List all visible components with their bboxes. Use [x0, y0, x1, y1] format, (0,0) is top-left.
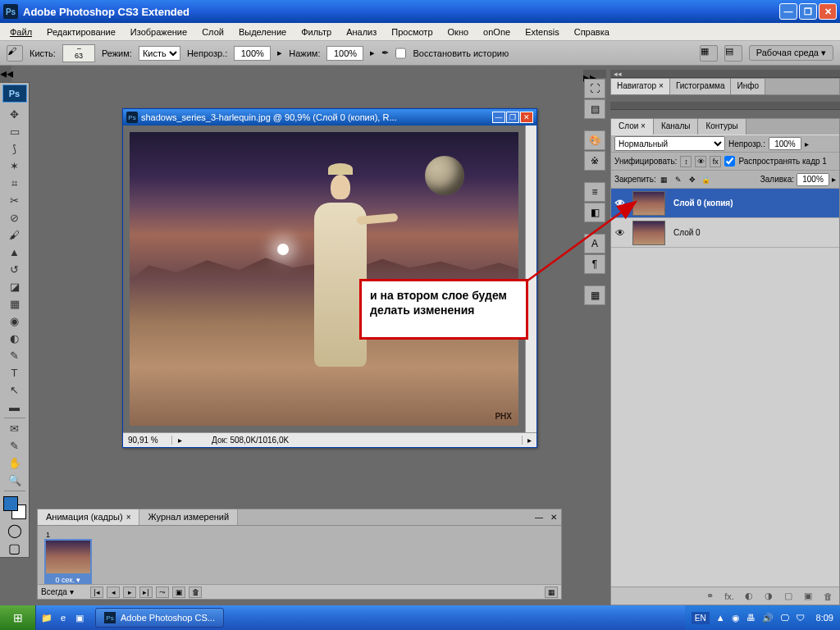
tray-volume-icon[interactable]: 🔊: [762, 613, 774, 623]
type-tool[interactable]: T: [5, 364, 25, 381]
next-frame-icon[interactable]: ▸|: [139, 587, 153, 598]
ql-ie-icon[interactable]: e: [56, 610, 71, 625]
menu-select[interactable]: Выделение: [232, 25, 293, 39]
dodge-tool[interactable]: ◐: [5, 330, 25, 347]
menu-window[interactable]: Окно: [441, 25, 476, 39]
lock-all-icon[interactable]: 🔒: [701, 174, 712, 185]
unify-position-icon[interactable]: ↕: [680, 156, 692, 167]
taskbar-app-button[interactable]: Ps Adobe Photoshop CS...: [95, 608, 224, 628]
layer-mask-icon[interactable]: ◐: [742, 590, 756, 603]
doc-maximize-button[interactable]: ❐: [506, 112, 519, 123]
opacity-flyout[interactable]: ▸: [277, 48, 282, 58]
file-browser-icon[interactable]: ▦: [700, 45, 718, 62]
tray-display-icon[interactable]: 🖵: [780, 613, 789, 623]
start-button[interactable]: ⊞: [0, 605, 36, 630]
zoom-tool[interactable]: 🔍: [5, 472, 25, 489]
screenmode-toggle[interactable]: ▢: [5, 541, 25, 555]
group-icon[interactable]: ▢: [782, 590, 795, 603]
blur-tool[interactable]: ◉: [5, 313, 25, 330]
lasso-tool[interactable]: ⟆: [5, 140, 25, 158]
delete-layer-icon[interactable]: 🗑: [821, 590, 834, 603]
close-button[interactable]: ✕: [819, 3, 837, 20]
tab-measurement-log[interactable]: Журнал измерений: [139, 509, 238, 525]
first-frame-icon[interactable]: |◂: [90, 587, 103, 598]
document-titlebar[interactable]: Ps shadows_series_3-harlequin.jpg @ 90,9…: [123, 109, 536, 126]
brush-tool[interactable]: 🖌: [5, 226, 25, 244]
foreground-color[interactable]: [3, 496, 18, 511]
loop-select[interactable]: Всегда ▾: [41, 587, 87, 596]
current-tool-icon[interactable]: 🖌: [7, 45, 23, 62]
panel-minimize-icon[interactable]: —: [532, 509, 546, 524]
unify-style-icon[interactable]: fx: [710, 156, 721, 167]
heal-tool[interactable]: ⊘: [5, 209, 25, 226]
dock-color-icon[interactable]: 🎨: [584, 130, 605, 150]
tray-shield-icon[interactable]: 🛡: [796, 613, 805, 623]
convert-timeline-icon[interactable]: ▦: [545, 587, 558, 598]
play-icon[interactable]: ▸: [123, 587, 136, 598]
fill-input[interactable]: [797, 173, 829, 186]
marquee-tool[interactable]: ▭: [5, 123, 25, 140]
history-brush-tool[interactable]: ↺: [5, 261, 25, 278]
unify-visibility-icon[interactable]: 👁: [695, 156, 706, 167]
doc-close-button[interactable]: ✕: [520, 112, 533, 123]
dock-navigator-icon[interactable]: ⛶: [584, 79, 605, 98]
color-swatches[interactable]: [3, 496, 26, 519]
menu-file[interactable]: Файл: [3, 25, 39, 39]
prev-frame-icon[interactable]: ◂: [107, 587, 120, 598]
dock-swatches-icon[interactable]: ※: [584, 151, 605, 171]
shape-tool[interactable]: ▬: [5, 399, 25, 416]
duplicate-frame-icon[interactable]: ▣: [172, 587, 185, 598]
tools-dock-handle[interactable]: ◂◂: [0, 66, 11, 82]
clock[interactable]: 8:09: [811, 613, 833, 623]
tab-layers[interactable]: Слои ×: [611, 119, 654, 135]
tray-antivirus-icon[interactable]: ▲: [716, 613, 725, 623]
menu-layer[interactable]: Слой: [195, 25, 231, 39]
gradient-tool[interactable]: ▦: [5, 295, 25, 313]
palette-well-icon[interactable]: ▤: [724, 45, 742, 62]
quickmask-toggle[interactable]: ◯: [5, 523, 25, 537]
tray-printer-icon[interactable]: 🖶: [746, 613, 756, 623]
layer-name[interactable]: Слой 0: [669, 228, 701, 237]
layers-dock-handle[interactable]: [610, 102, 840, 110]
lock-position-icon[interactable]: ✥: [687, 174, 698, 185]
menu-analysis[interactable]: Анализ: [340, 25, 383, 39]
tray-network-icon[interactable]: ◉: [732, 613, 740, 623]
eyedropper-tool[interactable]: ✎: [5, 437, 25, 454]
adjustment-layer-icon[interactable]: ◑: [762, 590, 775, 603]
layer-opacity-input[interactable]: [769, 137, 801, 150]
menu-image[interactable]: Изображение: [124, 25, 194, 39]
panel-close-icon[interactable]: ✕: [546, 509, 561, 524]
dock-handle[interactable]: ▸▸: [583, 70, 606, 78]
workspace-menu[interactable]: Рабочая среда ▾: [749, 45, 833, 61]
dock-layers-icon[interactable]: ≡: [584, 182, 605, 202]
dock-histogram-icon[interactable]: ▤: [584, 99, 605, 119]
dock-paragraph-icon[interactable]: ¶: [584, 254, 605, 274]
frame-thumbnail[interactable]: [44, 539, 92, 575]
dock-character-icon[interactable]: A: [584, 234, 605, 253]
zoom-level[interactable]: 90,91 %: [123, 436, 172, 445]
hand-tool[interactable]: ✋: [5, 454, 25, 472]
panels-dock-handle[interactable]: ◂◂: [610, 70, 840, 78]
notes-tool[interactable]: ✉: [5, 420, 25, 437]
dock-actions-icon[interactable]: ▦: [584, 285, 605, 305]
lock-image-icon[interactable]: ✎: [673, 174, 684, 185]
history-checkbox[interactable]: [395, 46, 406, 61]
move-tool[interactable]: ✥: [5, 106, 25, 123]
brush-preset-picker[interactable]: ····· 63: [62, 44, 95, 62]
visibility-toggle[interactable]: 👁: [611, 198, 629, 209]
pen-tool[interactable]: ✎: [5, 347, 25, 364]
delete-frame-icon[interactable]: 🗑: [189, 587, 202, 598]
path-tool[interactable]: ↖: [5, 381, 25, 399]
opacity-input[interactable]: [234, 46, 271, 61]
tab-animation[interactable]: Анимация (кадры)×: [38, 509, 139, 525]
blend-mode-select[interactable]: Нормальный: [614, 136, 725, 151]
menu-help[interactable]: Справка: [568, 25, 616, 39]
link-layers-icon[interactable]: ⚭: [703, 590, 716, 603]
menu-onone[interactable]: onOne: [477, 25, 517, 39]
airbrush-icon[interactable]: ✒: [381, 48, 389, 58]
dock-channels-icon[interactable]: ◧: [584, 203, 605, 222]
layer-row[interactable]: 👁 Слой 0: [611, 218, 839, 248]
layer-style-icon[interactable]: fx.: [723, 590, 736, 603]
layer-name[interactable]: Слой 0 (копия): [669, 199, 733, 208]
mode-select[interactable]: Кисть: [139, 46, 180, 61]
